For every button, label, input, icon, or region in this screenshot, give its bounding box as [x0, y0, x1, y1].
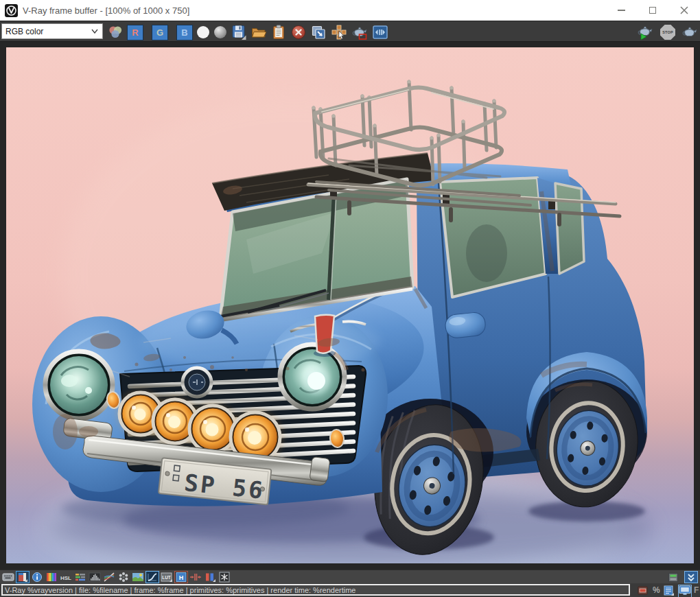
green-channel-button[interactable]: G	[152, 25, 168, 40]
background-image-button[interactable]	[132, 572, 144, 583]
mono-white-button[interactable]	[195, 24, 211, 40]
compare-ab-button[interactable]	[372, 24, 388, 40]
color-circles-icon	[108, 25, 123, 40]
titlebar[interactable]: V-Ray frame buffer - [100% of 1000 x 750…	[0, 0, 700, 21]
arrows-button[interactable]	[189, 572, 202, 583]
render-button[interactable]	[681, 24, 698, 40]
hsl-icon: HSL	[60, 572, 72, 582]
exposure-button[interactable]	[204, 572, 216, 583]
left-headlight	[45, 351, 113, 419]
keyboard-icon	[2, 572, 14, 583]
open-image-button[interactable]	[250, 24, 267, 40]
h-channel-icon: H	[176, 572, 187, 582]
white-circle-icon	[197, 26, 209, 38]
color-corrections-icon	[17, 572, 28, 582]
icc-profile-icon	[219, 572, 230, 583]
channel-dropdown-value: RGB color	[5, 27, 43, 36]
percent-toggle[interactable]: %	[653, 585, 660, 595]
render-last-teapot-icon	[637, 24, 653, 40]
blue-channel-label: B	[181, 27, 187, 38]
render-teapot-icon	[681, 24, 698, 40]
rendered-image: SP 56	[6, 47, 694, 563]
display-correction-button[interactable]	[679, 585, 691, 597]
status-text-field: V-Ray %vrayversion | file: %filename | f…	[1, 584, 630, 596]
region-render-teapot-icon	[351, 24, 368, 40]
minimize-icon	[618, 10, 625, 11]
stop-sign-icon: STOP	[660, 25, 675, 40]
compare-ab-icon	[372, 24, 388, 40]
stop-label: STOP	[662, 30, 673, 34]
clipboard-icon	[270, 24, 287, 40]
f-toggle[interactable]: F	[694, 585, 699, 595]
exposure-icon	[204, 572, 216, 582]
info-button[interactable]	[31, 572, 43, 583]
stop-render-button[interactable]: STOP	[660, 24, 676, 40]
expand-history-button[interactable]	[685, 572, 697, 583]
histogram-button[interactable]	[89, 572, 101, 583]
curves-button[interactable]	[103, 572, 115, 583]
track-mouse-button[interactable]	[331, 24, 347, 40]
red-channel-label: R	[132, 27, 138, 38]
white-balance-icon	[118, 572, 129, 583]
levels-icon	[74, 572, 86, 582]
chevron-down-icon	[91, 29, 98, 34]
curve-correction-button[interactable]	[146, 572, 159, 583]
save-icon	[231, 24, 247, 40]
folder-icon	[250, 24, 267, 40]
chevrons-down-icon	[686, 572, 697, 583]
h-channel-label: H	[179, 574, 184, 581]
channel-dropdown[interactable]: RGB color	[1, 23, 103, 39]
render-last-button[interactable]	[637, 24, 653, 40]
background-image-icon	[132, 572, 144, 582]
blue-channel-button[interactable]: B	[176, 25, 193, 40]
render-viewport[interactable]: SP 56	[0, 41, 700, 570]
minimize-button[interactable]	[605, 0, 637, 21]
window-title: V-Ray frame buffer - [100% of 1000 x 750…	[23, 5, 189, 16]
arrows-icon	[189, 572, 202, 582]
icc-profile-button[interactable]	[218, 572, 231, 583]
duplicate-icon	[310, 24, 327, 40]
statusbar: V-Ray %vrayversion | file: %filename | f…	[0, 583, 700, 597]
monitor-icon	[679, 585, 691, 596]
curves-icon	[103, 572, 115, 582]
region-render-button[interactable]	[351, 24, 368, 40]
hsl-button[interactable]: HSL	[60, 572, 72, 583]
panel-toggle-button[interactable]	[667, 572, 679, 583]
region-indicator-icon	[638, 586, 648, 595]
lut-icon: LUT	[161, 572, 173, 582]
curve-correction-icon	[147, 572, 158, 582]
panel-toggle-icon	[668, 572, 679, 583]
duplicate-to-host-button[interactable]	[310, 24, 327, 40]
status-text: V-Ray %vrayversion | file: %filename | f…	[5, 586, 355, 594]
keyboard-button[interactable]	[2, 572, 14, 583]
spectrum-icon	[46, 572, 57, 582]
region-indicator-button[interactable]	[638, 585, 648, 597]
track-mouse-icon	[331, 24, 347, 40]
spectrum-button[interactable]	[45, 572, 58, 583]
info-icon	[32, 572, 43, 583]
maximize-button[interactable]	[637, 0, 668, 21]
white-balance-button[interactable]	[117, 572, 130, 583]
close-button[interactable]	[668, 0, 700, 21]
mono-sphere-button[interactable]	[212, 24, 229, 40]
h-channel-button[interactable]: H	[175, 572, 187, 583]
clear-x-icon	[290, 24, 307, 40]
document-lines-icon	[664, 585, 675, 596]
red-channel-button[interactable]: R	[127, 25, 143, 40]
lut-label: LUT	[162, 575, 171, 580]
copy-status-button[interactable]	[664, 585, 675, 597]
clear-image-button[interactable]	[290, 24, 307, 40]
histogram-icon	[89, 572, 101, 582]
maximize-icon	[649, 7, 656, 14]
vray-logo-icon	[5, 4, 18, 17]
save-image-button[interactable]	[231, 24, 247, 40]
lut-button[interactable]: LUT	[161, 572, 173, 583]
corrections-toolbar: HSL	[0, 570, 700, 583]
copy-clipboard-button[interactable]	[270, 24, 287, 40]
hsl-label: HSL	[60, 574, 71, 581]
vray-frame-buffer-window: V-Ray frame buffer - [100% of 1000 x 750…	[0, 0, 700, 597]
color-circles-button[interactable]	[107, 24, 124, 40]
close-icon	[680, 6, 688, 14]
levels-button[interactable]	[74, 572, 86, 583]
color-corrections-button[interactable]	[16, 572, 29, 583]
